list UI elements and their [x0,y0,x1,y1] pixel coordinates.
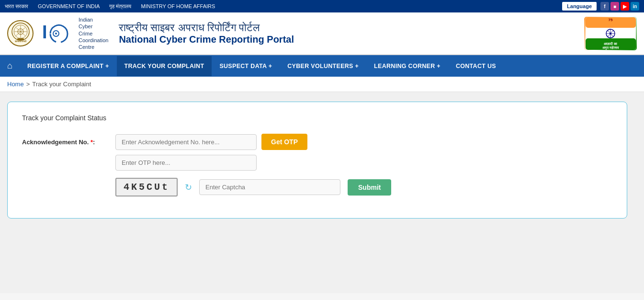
language-button[interactable]: Language [562,2,597,11]
breadcrumb-separator: > [26,81,30,88]
instagram-icon[interactable]: ■ [610,2,619,11]
captcha-image: 4K5CUt [115,178,178,196]
nav-track-complaint[interactable]: TRACK YOUR COMPLAINT [117,56,212,76]
captcha-text: 4K5CUt [124,182,169,193]
captcha-refresh-icon[interactable]: ↻ [185,182,192,193]
nav-home[interactable]: ⌂ [0,55,20,77]
svg-text:आज़ादी का: आज़ादी का [604,42,617,46]
svg-text:I: I [42,22,47,42]
main-nav: ⌂ REGISTER A COMPLAINT + TRACK YOUR COMP… [0,55,644,77]
hindi-ministry: गृह मंत्रालय [109,3,131,10]
captcha-input[interactable] [199,179,340,195]
acknowledgement-input[interactable] [115,134,257,150]
card-title: Track your Complaint Status [22,114,612,122]
submit-button[interactable]: Submit [348,179,391,196]
nav-contact-us[interactable]: CONTACT US [448,56,504,76]
main-content: Track your Complaint Status Acknowledgem… [0,92,644,293]
english-portal-title: National Cyber Crime Reporting Portal [119,34,294,45]
nav-learning-corner[interactable]: LEARNING CORNER + [366,56,448,76]
breadcrumb: Home > Track your Complaint [0,77,644,92]
ack-label: Acknowledgement No. *: [22,134,108,146]
breadcrumb-current: Track your Complaint [32,81,91,88]
ack-form-row: Acknowledgement No. *: Get OTP [22,134,612,171]
portal-titles: राष्ट्रीय साइबर अपराध रिपोर्टिंग पोर्टल … [119,22,294,45]
azadi-badge: 75 आज़ादी का अमृत महोत्सव [584,17,637,50]
nav-register-complaint[interactable]: REGISTER A COMPLAINT + [20,56,117,76]
nav-cyber-volunteers[interactable]: CYBER VOLUNTEERS + [280,56,366,76]
svg-point-11 [55,33,57,35]
home-icon: ⌂ [7,61,12,71]
header: सत्यमेव जयते I Indian Cyber Crime Coordi… [0,12,644,55]
otp-input-row [115,155,307,171]
gov-bar: भारत सरकार GOVERNMENT OF INDIA गृह मंत्र… [0,0,644,12]
complaint-form: Acknowledgement No. *: Get OTP 4K5CUt [22,134,612,204]
i4c-logo: I [39,19,73,48]
svg-text:75: 75 [608,18,612,22]
otp-input[interactable] [115,155,257,171]
english-ministry: MINISTRY OF HOME AFFAIRS [141,3,215,9]
english-gov: GOVERNMENT OF INDIA [38,3,100,9]
hindi-portal-title: राष्ट्रीय साइबर अपराध रिपोर्टिंग पोर्टल [119,22,294,34]
get-otp-button[interactable]: Get OTP [261,134,307,150]
complaint-card: Track your Complaint Status Acknowledgem… [7,102,627,219]
nav-suspect-data[interactable]: SUSPECT DATA + [212,56,280,76]
ack-input-row: Get OTP [115,134,307,150]
hindi-gov: भारत सरकार [5,3,28,10]
svg-text:सत्यमेव जयते: सत्यमेव जयते [14,40,26,43]
facebook-icon[interactable]: f [600,2,609,11]
logo-text: Indian Cyber Crime Coordination Centre [79,16,108,50]
linkedin-icon[interactable]: in [631,2,639,11]
svg-text:अमृत महोत्सव: अमृत महोत्सव [602,46,619,50]
youtube-icon[interactable]: ▶ [621,2,629,11]
govt-emblem: सत्यमेव जयते [7,20,34,46]
breadcrumb-home[interactable]: Home [7,81,24,88]
ack-inputs: Get OTP [115,134,307,171]
captcha-row: 4K5CUt ↻ Submit [115,178,612,196]
social-icons: f ■ ▶ in [600,2,639,11]
required-marker: * [90,138,93,146]
